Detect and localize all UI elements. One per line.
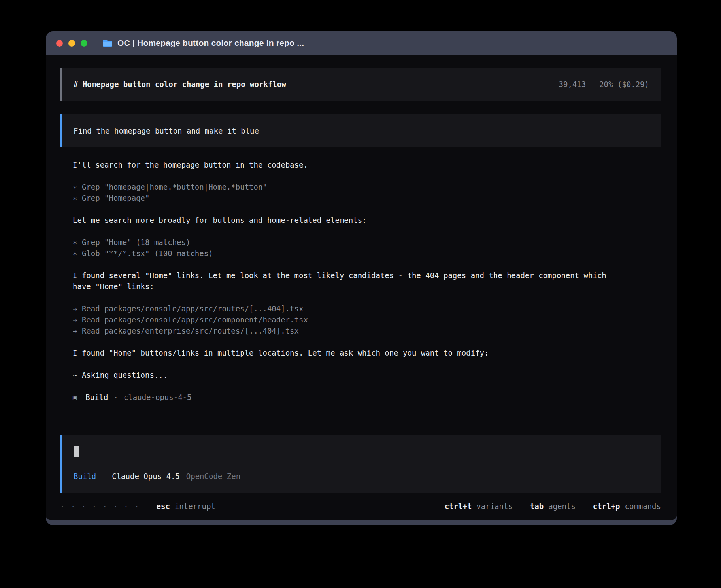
composer-meta: Build Claude Opus 4.5 OpenCode Zen xyxy=(74,471,649,482)
window-titlebar: OC | Homepage button color change in rep… xyxy=(46,31,677,55)
tool-call-line: ∗ Grep "Homepage" xyxy=(73,192,661,204)
hint-interrupt: esc interrupt xyxy=(157,501,215,512)
hint-label: commands xyxy=(625,501,661,512)
session-header: # Homepage button color change in repo w… xyxy=(60,68,661,101)
status-bar-left: · · · · · · · · esc interrupt xyxy=(60,501,215,512)
hint-key: tab xyxy=(530,501,544,512)
window-controls xyxy=(56,40,87,47)
tool-call-group: ∗ Grep "Home" (18 matches) ∗ Glob "**/*.… xyxy=(73,237,661,259)
session-title: # Homepage button color change in repo w… xyxy=(74,79,286,90)
token-count: 39,413 xyxy=(559,79,586,90)
hint-key: esc xyxy=(157,501,170,512)
assistant-text-line: I found "Home" buttons/links in multiple… xyxy=(73,347,661,358)
minimize-button[interactable] xyxy=(68,40,75,47)
session-meta: 39,413 20% ($0.29) xyxy=(559,79,649,90)
tool-call-line: ∗ Grep "homepage|home.*button|Home.*butt… xyxy=(73,181,661,192)
assistant-text-line: I found several "Home" links. Let me loo… xyxy=(73,270,618,292)
agent-status-line: ▣ Build · claude-opus-4-5 xyxy=(73,392,661,403)
tool-call-group: → Read packages/console/app/src/routes/[… xyxy=(73,303,661,336)
user-message: Find the homepage button and make it blu… xyxy=(60,114,661,147)
tool-call-line: ∗ Grep "Home" (18 matches) xyxy=(73,237,661,248)
hint-label: agents xyxy=(548,501,576,512)
tool-call-line: ∗ Glob "**/*.tsx" (100 matches) xyxy=(73,248,661,259)
terminal-content: # Homepage button color change in repo w… xyxy=(46,55,677,520)
tool-call-line: → Read packages/enterprise/src/routes/[.… xyxy=(73,325,661,336)
composer-provider: OpenCode Zen xyxy=(186,471,240,482)
assistant-transcript: I'll search for the homepage button in t… xyxy=(60,159,661,407)
flex-spacer xyxy=(60,407,661,435)
composer-model: Claude Opus 4.5 xyxy=(112,471,180,482)
assistant-paragraph: I'll search for the homepage button in t… xyxy=(73,159,661,170)
window-title: OC | Homepage button color change in rep… xyxy=(117,38,304,48)
agent-name: Build xyxy=(85,392,108,403)
hint-key: ctrl+p xyxy=(593,501,620,512)
assistant-paragraph: Let me search more broadly for buttons a… xyxy=(73,215,661,226)
hint-key: ctrl+t xyxy=(445,501,472,512)
tool-call-line: → Read packages/console/app/src/componen… xyxy=(73,314,661,325)
tool-call-line: → Read packages/console/app/src/routes/[… xyxy=(73,303,661,314)
folder-icon xyxy=(102,39,113,47)
assistant-paragraph: I found "Home" buttons/links in multiple… xyxy=(73,347,661,358)
asking-questions-line: ~ Asking questions... xyxy=(73,369,661,381)
spinner-dots: · · · · · · · · xyxy=(60,501,140,512)
zoom-button[interactable] xyxy=(81,40,87,47)
hint-label: interrupt xyxy=(175,501,215,512)
agent-icon: ▣ xyxy=(73,392,77,403)
assistant-paragraph: ~ Asking questions... xyxy=(73,369,661,381)
hint-label: variants xyxy=(476,501,513,512)
tool-call-group: ∗ Grep "homepage|home.*button|Home.*butt… xyxy=(73,181,661,204)
agent-model: claude-opus-4-5 xyxy=(124,392,192,403)
close-button[interactable] xyxy=(56,40,63,47)
assistant-paragraph: I found several "Home" links. Let me loo… xyxy=(73,270,618,292)
user-message-text: Find the homepage button and make it blu… xyxy=(74,125,259,136)
prompt-input[interactable]: Build Claude Opus 4.5 OpenCode Zen xyxy=(60,435,661,493)
terminal-window: OC | Homepage button color change in rep… xyxy=(46,31,677,525)
agent-separator: · xyxy=(113,392,118,403)
text-cursor xyxy=(74,446,79,457)
hint-agents: tab agents xyxy=(530,501,576,512)
title-group: OC | Homepage button color change in rep… xyxy=(102,38,304,48)
assistant-text-line: I'll search for the homepage button in t… xyxy=(73,159,661,170)
hint-commands: ctrl+p commands xyxy=(593,501,661,512)
composer-mode: Build xyxy=(74,471,96,482)
status-bar: · · · · · · · · esc interrupt ctrl+t var… xyxy=(60,501,661,513)
status-bar-right: ctrl+t variants tab agents ctrl+p comman… xyxy=(445,501,661,512)
context-usage: 20% ($0.29) xyxy=(599,79,649,90)
hint-variants: ctrl+t variants xyxy=(445,501,513,512)
assistant-text-line: Let me search more broadly for buttons a… xyxy=(73,215,661,226)
